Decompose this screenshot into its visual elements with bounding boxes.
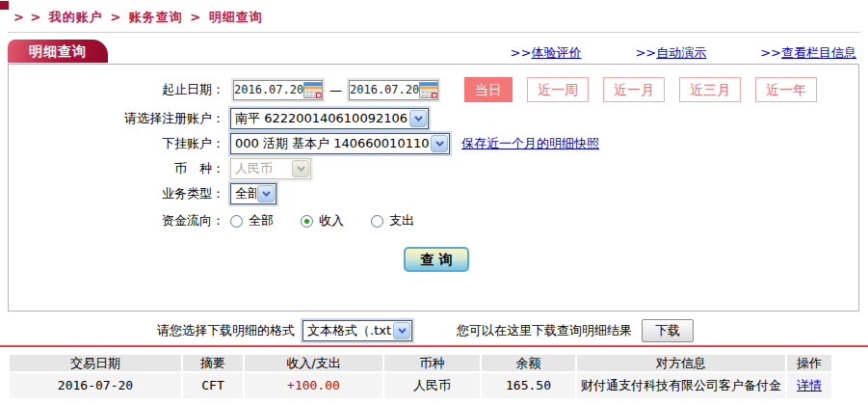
breadcrumb-separator: > — [110, 10, 121, 24]
calendar-icon[interactable] — [419, 82, 438, 98]
breadcrumb-item-account-query[interactable]: 账务查询 — [129, 10, 183, 24]
quick-range-today-button[interactable]: 当日 — [464, 77, 513, 102]
chevron-down-icon — [431, 135, 448, 152]
breadcrumb-separator: > — [190, 10, 201, 24]
results-table: 交易日期 摘要 收入/支出 币种 余额 对方信息 操作 2016-07-20 C… — [10, 355, 831, 398]
header-links: >>体验评价 >>自动演示 >>查看栏目信息 — [511, 44, 856, 62]
header-action: 操作 — [787, 355, 831, 371]
radio-icon[interactable] — [230, 215, 243, 228]
header-currency: 币种 — [384, 355, 480, 371]
radio-flow-expense[interactable]: 支出 — [371, 212, 414, 230]
detail-link[interactable]: 详情 — [797, 378, 822, 392]
business-type-select[interactable]: 全部 — [230, 183, 276, 204]
currency-label: 币 种： — [9, 160, 224, 177]
date-from-input[interactable]: 2016.07.20 — [233, 80, 323, 100]
sub-account-select[interactable]: 000 活期 基本户 1406600101102571848 — [230, 133, 450, 154]
cell-currency: 人民币 — [384, 373, 480, 398]
currency-row: 币 种： 人民币 — [9, 157, 311, 180]
header-counterparty: 对方信息 — [577, 355, 785, 371]
registered-account-select[interactable]: 南平 6222001406100921065 灵通卡 — [230, 108, 429, 129]
download-hint: 您可以在这里下载查询明细结果 — [457, 322, 632, 339]
link-label: 自动演示 — [656, 45, 706, 60]
radio-label: 收入 — [319, 212, 344, 230]
corner-brand-square — [0, 1, 9, 10]
date-to-value: 2016.07.20 — [350, 83, 419, 96]
date-range-label: 起止日期： — [9, 81, 224, 98]
breadcrumb-prefix: > > — [13, 10, 41, 24]
cell-amount: +100.00 — [245, 373, 382, 398]
breadcrumb-item-my-account[interactable]: 我的账户 — [49, 10, 103, 24]
date-from-value: 2016.07.20 — [234, 83, 303, 96]
table-header-row: 交易日期 摘要 收入/支出 币种 余额 对方信息 操作 — [10, 355, 831, 371]
sub-account-value: 000 活期 基本户 1406600101102571848 — [231, 135, 430, 152]
divider-line — [8, 32, 860, 33]
link-view-column-info[interactable]: >>查看栏目信息 — [760, 44, 856, 62]
sub-account-row: 下挂账户： 000 活期 基本户 1406600101102571848 保存近… — [9, 132, 599, 155]
date-range-separator: — — [329, 83, 342, 97]
business-type-label: 业务类型： — [9, 185, 224, 202]
fund-flow-label: 资金流向： — [9, 212, 224, 230]
radio-flow-income[interactable]: 收入 — [301, 212, 344, 230]
quick-range-week-button[interactable]: 近一周 — [527, 77, 589, 102]
cell-trade-date: 2016-07-20 — [10, 373, 181, 398]
header-trade-date: 交易日期 — [10, 355, 181, 371]
download-format-label: 请您选择下载明细的格式 — [157, 322, 295, 339]
header-balance: 余额 — [482, 355, 575, 371]
link-prefix: >> — [511, 45, 532, 60]
currency-value: 人民币 — [231, 160, 291, 177]
download-format-value: 文本格式（.txt） — [303, 322, 392, 339]
tab-detail-query[interactable]: 明细查询 — [8, 40, 108, 63]
query-button[interactable]: 查 询 — [404, 247, 469, 272]
fund-flow-options: 全部 收入 支出 — [230, 212, 414, 230]
link-prefix: >> — [635, 45, 656, 60]
quick-range-month-button[interactable]: 近一月 — [603, 77, 665, 102]
download-row: 请您选择下载明细的格式 文本格式（.txt） 您可以在这里下载查询明细结果 下载 — [157, 318, 694, 343]
header-income-expense: 收入/支出 — [245, 355, 382, 371]
table-row: 2016-07-20 CFT +100.00 人民币 165.50 财付通支付科… — [10, 371, 831, 398]
registered-account-value: 南平 6222001406100921065 灵通卡 — [231, 110, 408, 127]
chevron-down-icon — [292, 160, 309, 177]
cell-counterparty: 财付通支付科技有限公司客户备付金 — [577, 373, 785, 398]
red-divider-line — [0, 345, 868, 347]
registered-account-label: 请选择注册账户： — [9, 110, 224, 127]
fund-flow-row: 资金流向： 全部 收入 支出 — [9, 209, 414, 232]
breadcrumb-item-detail-query[interactable]: 明细查询 — [209, 10, 263, 24]
cell-balance: 165.50 — [482, 373, 575, 398]
chevron-down-icon — [409, 110, 427, 127]
header-summary: 摘要 — [183, 355, 243, 371]
chevron-down-icon — [393, 322, 410, 339]
radio-label: 全部 — [249, 212, 274, 230]
radio-flow-all[interactable]: 全部 — [230, 212, 274, 230]
date-range-row: 起止日期： 2016.07.20 — 2016.07.20 — [9, 78, 817, 101]
business-type-value: 全部 — [231, 185, 256, 202]
radio-checked-icon[interactable] — [301, 215, 313, 228]
link-prefix: >> — [760, 45, 781, 60]
registered-account-row: 请选择注册账户： 南平 6222001406100921065 灵通卡 — [9, 107, 429, 130]
query-form-panel: 起止日期： 2016.07.20 — 2016.07.20 — [8, 64, 859, 311]
cell-summary: CFT — [183, 373, 243, 398]
sub-account-label: 下挂账户： — [9, 135, 224, 152]
radio-icon[interactable] — [371, 215, 383, 228]
download-button[interactable]: 下载 — [642, 319, 694, 342]
link-label: 体验评价 — [531, 45, 581, 60]
save-snapshot-link[interactable]: 保存近一个月的明细快照 — [461, 135, 599, 152]
link-auto-demo[interactable]: >>自动演示 — [635, 44, 706, 62]
quick-range-3months-button[interactable]: 近三月 — [679, 77, 741, 102]
quick-range-year-button[interactable]: 近一年 — [755, 77, 817, 102]
calendar-icon[interactable] — [303, 82, 323, 98]
business-type-row: 业务类型： 全部 — [9, 182, 276, 205]
currency-select: 人民币 — [230, 158, 311, 179]
link-label: 查看栏目信息 — [781, 45, 856, 60]
date-to-input[interactable]: 2016.07.20 — [349, 80, 438, 100]
link-experience-review[interactable]: >>体验评价 — [511, 44, 582, 62]
chevron-down-icon — [257, 185, 275, 202]
radio-label: 支出 — [389, 212, 414, 230]
breadcrumb: > > 我的账户 > 账务查询 > 明细查询 — [13, 9, 265, 26]
download-format-select[interactable]: 文本格式（.txt） — [302, 320, 412, 341]
